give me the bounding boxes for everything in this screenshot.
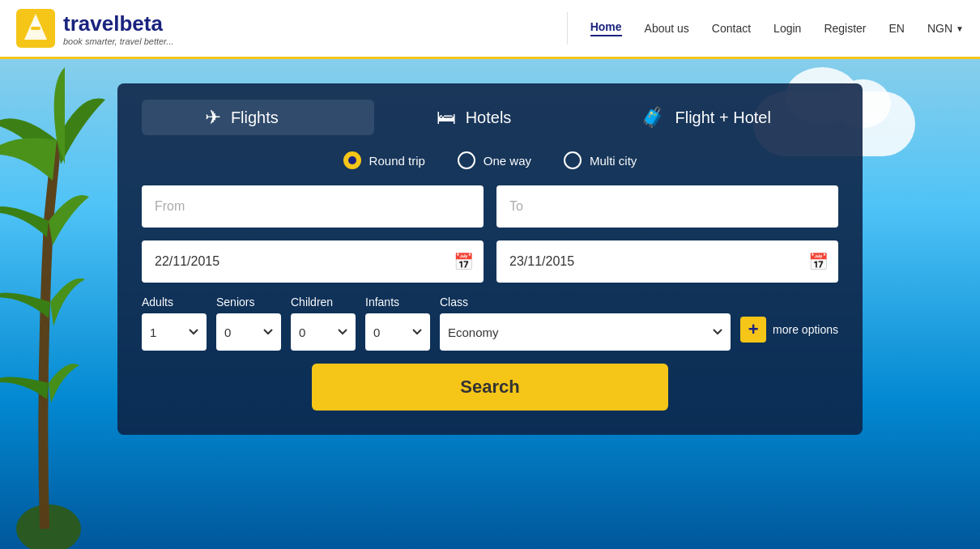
infants-group: Infants 012 (365, 296, 430, 351)
nav-language[interactable]: EN (889, 22, 905, 35)
passengers-row: Adults 12345 Seniors 0123 Children 0123 (142, 296, 838, 351)
nav-about[interactable]: About us (645, 22, 689, 35)
seniors-group: Seniors 0123 (216, 296, 281, 351)
return-date-input[interactable] (496, 240, 838, 283)
return-field: 📅 (496, 240, 838, 283)
radio-round-trip[interactable] (343, 151, 361, 169)
tab-flights-label: Flights (231, 109, 279, 127)
trip-type-selector: Round trip One way Multi city (117, 151, 863, 185)
svg-rect-2 (31, 27, 40, 30)
children-group: Children 0123 (291, 296, 356, 351)
search-button[interactable]: Search (312, 364, 668, 411)
nav-register[interactable]: Register (824, 22, 866, 35)
depart-field: 📅 (142, 240, 484, 283)
nav-home[interactable]: Home (590, 20, 622, 36)
adults-group: Adults 12345 (142, 296, 207, 351)
class-group: Class EconomyBusinessFirst Class (440, 296, 731, 351)
one-way-label: One way (484, 154, 531, 168)
class-label: Class (440, 296, 731, 309)
logo-area: travelbeta book smarter, travel better..… (16, 9, 174, 48)
infants-select[interactable]: 012 (365, 313, 430, 351)
tab-hotels[interactable]: 🛏 Hotels (374, 100, 607, 135)
seniors-select[interactable]: 0123 (216, 313, 281, 351)
depart-date-input[interactable] (142, 240, 484, 283)
class-select[interactable]: EconomyBusinessFirst Class (440, 313, 731, 351)
nav-login[interactable]: Login (773, 22, 801, 35)
svg-point-3 (33, 21, 38, 26)
origin-destination-row (142, 185, 838, 228)
currency-label: NGN (927, 22, 952, 35)
children-label: Children (291, 296, 356, 309)
currency-chevron-icon: ▼ (956, 24, 964, 33)
adults-label: Adults (142, 296, 207, 309)
radio-one-way[interactable] (458, 151, 475, 169)
nav-currency[interactable]: NGN ▼ (927, 22, 964, 35)
nav-contact[interactable]: Contact (712, 22, 751, 35)
seniors-label: Seniors (216, 296, 281, 309)
tab-flight-hotel[interactable]: 🧳 Flight + Hotel (606, 100, 838, 135)
booking-form: 📅 📅 Adults 12345 Seniors (117, 185, 863, 411)
flights-icon: ✈ (205, 106, 221, 129)
tab-hotels-label: Hotels (466, 109, 512, 127)
logo-name: travelbeta (63, 11, 174, 36)
trip-type-oneway[interactable]: One way (458, 151, 531, 169)
infants-label: Infants (365, 296, 430, 309)
trip-type-round[interactable]: Round trip (343, 151, 425, 169)
plus-icon: + (740, 317, 766, 343)
logo-tagline: book smarter, travel better... (63, 36, 174, 46)
to-input[interactable] (496, 185, 838, 228)
logo-text: travelbeta book smarter, travel better..… (63, 11, 174, 46)
multi-city-label: Multi city (590, 154, 637, 168)
children-select[interactable]: 0123 (291, 313, 356, 351)
nav-divider (567, 12, 568, 45)
adults-select[interactable]: 12345 (142, 313, 207, 351)
booking-panel: ✈ Flights 🛏 Hotels 🧳 Flight + Hotel Roun… (117, 83, 863, 435)
to-field (496, 185, 838, 228)
dates-row: 📅 📅 (142, 240, 838, 283)
more-options-button[interactable]: + more options (740, 317, 838, 351)
round-trip-label: Round trip (369, 154, 425, 168)
hotels-icon: 🛏 (437, 106, 456, 129)
booking-tabs: ✈ Flights 🛏 Hotels 🧳 Flight + Hotel (117, 83, 863, 151)
from-input[interactable] (142, 185, 484, 228)
radio-inner (348, 156, 356, 164)
flight-hotel-icon: 🧳 (641, 106, 665, 129)
header: travelbeta book smarter, travel better..… (0, 0, 980, 59)
nav-items: Home About us Contact Login Register EN … (567, 12, 964, 45)
radio-multi-city[interactable] (564, 151, 582, 169)
tab-flight-hotel-label: Flight + Hotel (675, 109, 770, 127)
trip-type-multicity[interactable]: Multi city (564, 151, 637, 169)
logo-icon (16, 9, 55, 48)
tab-flights[interactable]: ✈ Flights (142, 100, 374, 135)
hero-background: ✈ Flights 🛏 Hotels 🧳 Flight + Hotel Roun… (0, 59, 980, 549)
from-field (142, 185, 484, 228)
more-options-label: more options (773, 323, 838, 336)
